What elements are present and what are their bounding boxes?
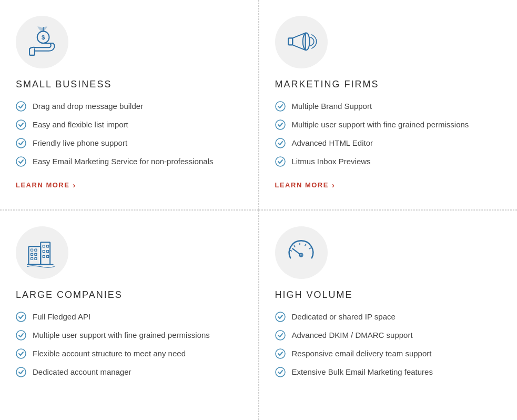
list-item: Easy Email Marketing Service for non-pro… xyxy=(16,156,240,167)
svg-rect-19 xyxy=(31,257,33,259)
svg-rect-17 xyxy=(31,253,33,255)
svg-line-35 xyxy=(305,244,306,246)
list-item: Multiple user support with fine grained … xyxy=(16,329,240,341)
check-icon xyxy=(16,348,26,359)
svg-point-41 xyxy=(276,331,285,340)
svg-point-6 xyxy=(16,157,26,166)
check-icon xyxy=(275,119,286,130)
high-volume-features: Dedicated or shared IP space Advanced DK… xyxy=(275,311,499,377)
check-icon xyxy=(275,101,286,112)
check-icon xyxy=(16,330,26,341)
check-icon xyxy=(275,138,286,148)
svg-point-11 xyxy=(276,138,285,148)
svg-point-43 xyxy=(276,367,285,377)
feature-text: Extensive Bulk Email Marketing features xyxy=(292,366,433,377)
list-item: Dedicated or shared IP space xyxy=(275,311,499,322)
check-icon xyxy=(275,348,286,359)
svg-rect-8 xyxy=(288,38,292,45)
list-item: Multiple Brand Support xyxy=(275,101,499,112)
feature-text: Friendly live phone support xyxy=(33,137,127,148)
high-volume-icon-container xyxy=(275,226,328,279)
large-companies-section: Large Companies Full Fledged API xyxy=(0,210,259,420)
svg-point-3 xyxy=(16,102,26,111)
large-companies-features: Full Fledged API Multiple user support w… xyxy=(16,311,240,377)
list-item: Flexible account structure to meet any n… xyxy=(16,348,240,359)
svg-point-4 xyxy=(16,120,26,129)
feature-text: Litmus Inbox Previews xyxy=(292,156,371,167)
svg-point-31 xyxy=(16,367,26,377)
feature-text: Easy Email Marketing Service for non-pro… xyxy=(33,156,213,167)
svg-point-5 xyxy=(16,138,26,148)
small-business-learn-more[interactable]: LEARN MORE › xyxy=(16,181,76,189)
svg-line-36 xyxy=(309,248,311,249)
check-icon xyxy=(16,156,26,167)
feature-text: Dedicated account manager xyxy=(33,366,131,377)
marketing-firms-title: Marketing Firms xyxy=(275,79,499,90)
svg-point-9 xyxy=(276,102,285,111)
marketing-firms-section: Marketing Firms Multiple Brand Support xyxy=(259,0,518,210)
list-item: Easy and flexible list import xyxy=(16,119,240,130)
feature-text: Full Fledged API xyxy=(33,311,90,322)
svg-rect-23 xyxy=(43,250,45,252)
list-item: Advanced HTML Editor xyxy=(275,137,499,148)
marketing-firms-learn-more[interactable]: LEARN MORE › xyxy=(275,181,336,189)
chevron-right-icon: › xyxy=(73,181,76,189)
speedometer-icon xyxy=(284,236,318,270)
svg-line-33 xyxy=(294,245,295,247)
svg-point-10 xyxy=(276,120,285,129)
small-business-title: Small Business xyxy=(16,79,240,90)
check-icon xyxy=(16,138,26,148)
small-business-icon-container: $ xyxy=(16,16,68,68)
marketing-firms-features: Multiple Brand Support Multiple user sup… xyxy=(275,101,499,167)
svg-point-40 xyxy=(276,312,285,322)
check-icon xyxy=(16,367,26,377)
feature-text: Drag and drop message builder xyxy=(33,101,143,112)
feature-text: Multiple Brand Support xyxy=(292,101,372,112)
check-icon xyxy=(275,156,286,167)
list-item: Dedicated account manager xyxy=(16,366,240,377)
feature-text: Advanced DKIM / DMARC support xyxy=(292,329,413,341)
list-item: Extensive Bulk Email Marketing features xyxy=(275,366,499,377)
svg-point-30 xyxy=(16,349,26,358)
feature-text: Multiple user support with fine grained … xyxy=(292,119,469,130)
svg-rect-26 xyxy=(46,255,48,257)
feature-text: Responsive email delivery team support xyxy=(292,348,432,359)
svg-point-39 xyxy=(300,254,302,255)
plant-money-icon: $ xyxy=(25,25,59,59)
check-icon xyxy=(16,101,26,112)
feature-text: Dedicated or shared IP space xyxy=(292,311,396,322)
features-grid: $ Small Business Drag and drop message b… xyxy=(0,0,517,420)
list-item: Multiple user support with fine grained … xyxy=(275,119,499,130)
chevron-right-icon: › xyxy=(332,181,335,189)
list-item: Friendly live phone support xyxy=(16,137,240,148)
svg-text:$: $ xyxy=(41,34,45,40)
small-business-section: $ Small Business Drag and drop message b… xyxy=(0,0,259,210)
svg-rect-20 xyxy=(34,257,36,259)
feature-text: Multiple user support with fine grained … xyxy=(33,329,210,341)
high-volume-title: High Volume xyxy=(275,289,499,301)
list-item: Advanced DKIM / DMARC support xyxy=(275,329,499,341)
list-item: Litmus Inbox Previews xyxy=(275,156,499,167)
svg-point-29 xyxy=(16,331,26,340)
svg-rect-22 xyxy=(46,245,48,247)
check-icon xyxy=(275,367,286,377)
check-icon xyxy=(275,330,286,341)
svg-rect-18 xyxy=(34,253,36,255)
feature-text: Easy and flexible list import xyxy=(33,119,128,130)
svg-rect-24 xyxy=(46,250,48,252)
check-icon xyxy=(16,119,26,130)
svg-rect-15 xyxy=(31,249,33,251)
svg-rect-25 xyxy=(43,255,45,257)
feature-text: Advanced HTML Editor xyxy=(292,137,373,148)
feature-text: Flexible account structure to meet any n… xyxy=(33,348,186,359)
small-business-features: Drag and drop message builder Easy and f… xyxy=(16,101,240,167)
list-item: Responsive email delivery team support xyxy=(275,348,499,359)
list-item: Full Fledged API xyxy=(16,311,240,322)
high-volume-section: High Volume Dedicated or shared IP space xyxy=(259,210,518,420)
svg-rect-21 xyxy=(43,245,45,247)
marketing-firms-icon-container xyxy=(275,16,328,68)
large-companies-title: Large Companies xyxy=(16,289,240,301)
svg-point-12 xyxy=(276,157,285,166)
svg-point-42 xyxy=(276,349,285,358)
check-icon xyxy=(16,312,26,322)
